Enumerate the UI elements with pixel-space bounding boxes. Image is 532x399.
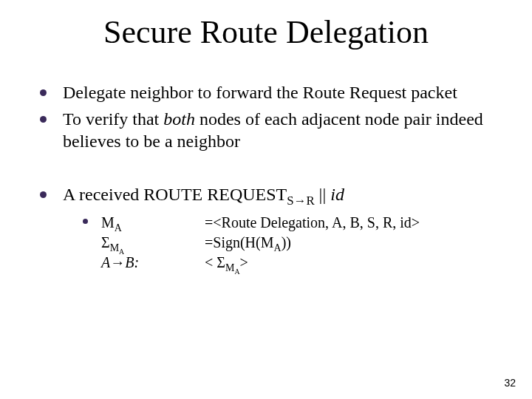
text: )): [282, 234, 291, 250]
text-sub: M: [110, 242, 119, 253]
def-left: A→B:: [101, 253, 205, 273]
bullet-icon: [40, 116, 47, 123]
text-emph: both: [163, 109, 195, 129]
text-sub: A: [274, 242, 282, 253]
text-sub: A: [115, 222, 122, 233]
bullet-icon: [40, 89, 47, 96]
text: B:: [125, 254, 139, 270]
text: =Sign(H(M: [205, 234, 274, 250]
defs-left-col: MA ΣMA A→B:: [101, 213, 205, 273]
slide: Secure Route Delegation Delegate neighbo…: [0, 0, 532, 399]
spacer: [40, 157, 502, 183]
bullet-item: A received ROUTE REQUESTS→R || id: [40, 183, 502, 205]
definitions: MA ΣMA A→B: =<Route Delegation, A, B, S,…: [101, 213, 420, 273]
text-sub: R: [306, 194, 314, 208]
def-left: ΣMA: [101, 233, 205, 253]
text: ||: [315, 185, 331, 204]
bullet-icon: [83, 219, 88, 224]
slide-body: Delegate neighbor to forward the Route R…: [40, 81, 502, 277]
text: To verify that: [63, 109, 163, 129]
defs-right-col: =<Route Delegation, A, B, S, R, id> =Sig…: [205, 213, 420, 273]
text: M: [101, 214, 115, 231]
def-right: =<Route Delegation, A, B, S, R, id>: [205, 213, 420, 233]
page-number: 32: [504, 377, 516, 389]
text: A received ROUTE REQUEST: [63, 185, 287, 204]
bullet-item: Delegate neighbor to forward the Route R…: [40, 81, 502, 103]
text: A: [101, 254, 110, 270]
def-right: =Sign(H(MA)): [205, 233, 420, 253]
bullet-item: To verify that both nodes of each adjace…: [40, 108, 502, 152]
sub-bullet-item: MA ΣMA A→B: =<Route Delegation, A, B, S,…: [83, 213, 502, 273]
bullet-text: A received ROUTE REQUESTS→R || id: [63, 183, 344, 205]
arrow-icon: →: [110, 254, 125, 270]
text-sub: S: [287, 194, 293, 208]
def-right: < ΣMA>: [205, 253, 420, 273]
text-emph: id: [330, 185, 344, 204]
text: >: [239, 254, 248, 270]
arrow-icon: →: [294, 194, 307, 208]
sigma-icon: Σ: [101, 234, 110, 250]
bullet-text: To verify that both nodes of each adjace…: [63, 108, 502, 152]
bullet-text: Delegate neighbor to forward the Route R…: [63, 81, 457, 103]
text-sub: M: [225, 262, 234, 273]
def-left: MA: [101, 213, 205, 233]
slide-title: Secure Route Delegation: [0, 13, 532, 51]
text: < Σ: [205, 254, 225, 270]
bullet-icon: [40, 191, 47, 198]
